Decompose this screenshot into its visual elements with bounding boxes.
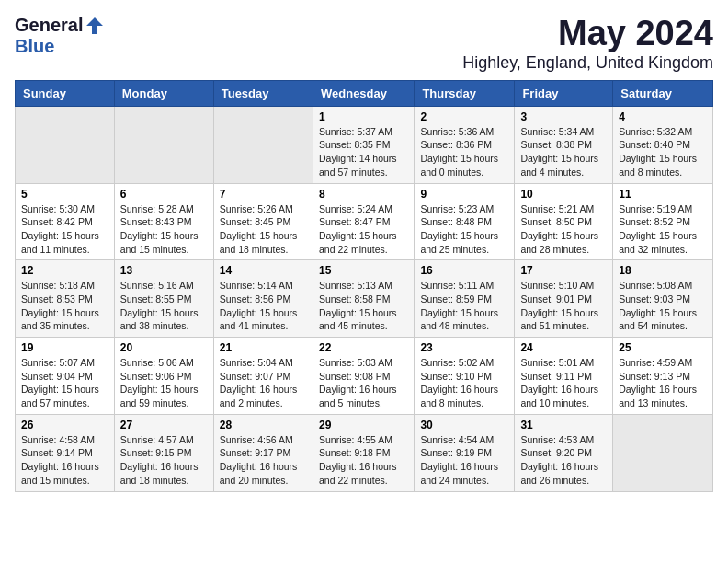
day-cell: 19Sunrise: 5:07 AM Sunset: 9:04 PM Dayli… xyxy=(16,338,115,415)
day-cell: 4Sunrise: 5:32 AM Sunset: 8:40 PM Daylig… xyxy=(613,106,713,183)
day-cell: 31Sunrise: 4:53 AM Sunset: 9:20 PM Dayli… xyxy=(515,414,613,491)
day-number: 6 xyxy=(120,188,208,201)
column-header-monday: Monday xyxy=(114,80,213,106)
day-cell: 9Sunrise: 5:23 AM Sunset: 8:48 PM Daylig… xyxy=(415,183,515,260)
day-number: 28 xyxy=(220,419,307,431)
day-cell: 24Sunrise: 5:01 AM Sunset: 9:11 PM Dayli… xyxy=(515,338,613,415)
day-number: 5 xyxy=(21,188,108,201)
day-number: 27 xyxy=(120,419,208,431)
day-info: Sunrise: 5:14 AM Sunset: 8:56 PM Dayligh… xyxy=(220,279,307,333)
day-number: 26 xyxy=(21,419,108,431)
day-number: 24 xyxy=(520,341,607,354)
day-info: Sunrise: 5:26 AM Sunset: 8:45 PM Dayligh… xyxy=(220,202,307,257)
column-header-saturday: Saturday xyxy=(613,80,713,106)
day-cell: 11Sunrise: 5:19 AM Sunset: 8:52 PM Dayli… xyxy=(613,183,713,260)
title-area: May 2024 Highley, England, United Kingdo… xyxy=(462,15,713,73)
day-number: 30 xyxy=(420,419,508,431)
column-header-thursday: Thursday xyxy=(415,80,515,106)
day-info: Sunrise: 5:28 AM Sunset: 8:43 PM Dayligh… xyxy=(120,202,208,257)
day-cell: 15Sunrise: 5:13 AM Sunset: 8:58 PM Dayli… xyxy=(313,260,414,338)
column-header-wednesday: Wednesday xyxy=(313,80,414,106)
week-row-5: 26Sunrise: 4:58 AM Sunset: 9:14 PM Dayli… xyxy=(16,414,713,491)
week-row-1: 1Sunrise: 5:37 AM Sunset: 8:35 PM Daylig… xyxy=(16,106,713,183)
day-number: 4 xyxy=(619,110,707,123)
day-cell: 12Sunrise: 5:18 AM Sunset: 8:53 PM Dayli… xyxy=(16,260,115,338)
day-number: 19 xyxy=(21,341,108,354)
day-number: 22 xyxy=(319,341,408,354)
logo-general-text: General xyxy=(15,15,83,36)
day-cell: 28Sunrise: 4:56 AM Sunset: 9:17 PM Dayli… xyxy=(213,414,313,491)
day-cell: 7Sunrise: 5:26 AM Sunset: 8:45 PM Daylig… xyxy=(213,183,313,260)
day-number: 3 xyxy=(520,110,607,123)
day-cell: 2Sunrise: 5:36 AM Sunset: 8:36 PM Daylig… xyxy=(415,106,515,183)
column-header-sunday: Sunday xyxy=(16,80,115,106)
day-number: 11 xyxy=(619,188,707,201)
day-cell xyxy=(213,106,313,183)
day-info: Sunrise: 4:56 AM Sunset: 9:17 PM Dayligh… xyxy=(220,433,307,488)
day-info: Sunrise: 5:18 AM Sunset: 8:53 PM Dayligh… xyxy=(21,279,108,333)
header: General Blue May 2024 Highley, England, … xyxy=(15,15,713,73)
day-cell: 27Sunrise: 4:57 AM Sunset: 9:15 PM Dayli… xyxy=(114,414,213,491)
column-header-friday: Friday xyxy=(515,80,613,106)
day-cell xyxy=(613,414,713,491)
day-info: Sunrise: 5:23 AM Sunset: 8:48 PM Dayligh… xyxy=(420,202,508,257)
day-cell: 23Sunrise: 5:02 AM Sunset: 9:10 PM Dayli… xyxy=(415,338,515,415)
day-info: Sunrise: 5:19 AM Sunset: 8:52 PM Dayligh… xyxy=(619,202,707,257)
day-cell: 30Sunrise: 4:54 AM Sunset: 9:19 PM Dayli… xyxy=(415,414,515,491)
day-info: Sunrise: 5:08 AM Sunset: 9:03 PM Dayligh… xyxy=(619,279,707,333)
location-text: Highley, England, United Kingdom xyxy=(462,53,713,73)
month-title: May 2024 xyxy=(462,15,713,53)
day-info: Sunrise: 5:32 AM Sunset: 8:40 PM Dayligh… xyxy=(619,125,707,179)
day-cell: 17Sunrise: 5:10 AM Sunset: 9:01 PM Dayli… xyxy=(515,260,613,338)
day-cell: 6Sunrise: 5:28 AM Sunset: 8:43 PM Daylig… xyxy=(114,183,213,260)
day-number: 15 xyxy=(319,264,408,277)
day-number: 25 xyxy=(619,341,707,354)
day-cell: 18Sunrise: 5:08 AM Sunset: 9:03 PM Dayli… xyxy=(613,260,713,338)
day-info: Sunrise: 5:04 AM Sunset: 9:07 PM Dayligh… xyxy=(220,356,307,410)
day-cell: 10Sunrise: 5:21 AM Sunset: 8:50 PM Dayli… xyxy=(515,183,613,260)
day-info: Sunrise: 5:06 AM Sunset: 9:06 PM Dayligh… xyxy=(120,356,208,410)
day-number: 9 xyxy=(420,188,508,201)
header-row: SundayMondayTuesdayWednesdayThursdayFrid… xyxy=(16,80,713,106)
day-number: 17 xyxy=(520,264,607,277)
day-number: 29 xyxy=(319,419,408,431)
day-cell: 29Sunrise: 4:55 AM Sunset: 9:18 PM Dayli… xyxy=(313,414,414,491)
svg-marker-0 xyxy=(86,17,103,34)
day-cell: 3Sunrise: 5:34 AM Sunset: 8:38 PM Daylig… xyxy=(515,106,613,183)
day-info: Sunrise: 5:36 AM Sunset: 8:36 PM Dayligh… xyxy=(420,125,508,179)
day-info: Sunrise: 4:54 AM Sunset: 9:19 PM Dayligh… xyxy=(420,433,508,488)
day-number: 20 xyxy=(120,341,208,354)
day-number: 13 xyxy=(120,264,208,277)
day-info: Sunrise: 5:21 AM Sunset: 8:50 PM Dayligh… xyxy=(520,202,607,257)
day-number: 31 xyxy=(520,419,607,431)
week-row-3: 12Sunrise: 5:18 AM Sunset: 8:53 PM Dayli… xyxy=(16,260,713,338)
day-number: 10 xyxy=(520,188,607,201)
logo: General Blue xyxy=(15,15,105,57)
day-info: Sunrise: 5:16 AM Sunset: 8:55 PM Dayligh… xyxy=(120,279,208,333)
day-number: 21 xyxy=(220,341,307,354)
day-cell xyxy=(16,106,115,183)
day-number: 8 xyxy=(319,188,408,201)
week-row-4: 19Sunrise: 5:07 AM Sunset: 9:04 PM Dayli… xyxy=(16,338,713,415)
day-number: 18 xyxy=(619,264,707,277)
day-cell xyxy=(114,106,213,183)
day-info: Sunrise: 4:58 AM Sunset: 9:14 PM Dayligh… xyxy=(21,433,108,488)
day-cell: 1Sunrise: 5:37 AM Sunset: 8:35 PM Daylig… xyxy=(313,106,414,183)
day-number: 14 xyxy=(220,264,307,277)
day-number: 1 xyxy=(319,110,408,123)
day-info: Sunrise: 5:37 AM Sunset: 8:35 PM Dayligh… xyxy=(319,125,408,179)
week-row-2: 5Sunrise: 5:30 AM Sunset: 8:42 PM Daylig… xyxy=(16,183,713,260)
day-cell: 5Sunrise: 5:30 AM Sunset: 8:42 PM Daylig… xyxy=(16,183,115,260)
day-number: 23 xyxy=(420,341,508,354)
day-info: Sunrise: 4:57 AM Sunset: 9:15 PM Dayligh… xyxy=(120,433,208,488)
day-info: Sunrise: 5:11 AM Sunset: 8:59 PM Dayligh… xyxy=(420,279,508,333)
day-info: Sunrise: 5:01 AM Sunset: 9:11 PM Dayligh… xyxy=(520,356,607,410)
day-number: 16 xyxy=(420,264,508,277)
day-cell: 8Sunrise: 5:24 AM Sunset: 8:47 PM Daylig… xyxy=(313,183,414,260)
day-info: Sunrise: 5:34 AM Sunset: 8:38 PM Dayligh… xyxy=(520,125,607,179)
day-info: Sunrise: 5:02 AM Sunset: 9:10 PM Dayligh… xyxy=(420,356,508,410)
day-cell: 21Sunrise: 5:04 AM Sunset: 9:07 PM Dayli… xyxy=(213,338,313,415)
day-info: Sunrise: 5:30 AM Sunset: 8:42 PM Dayligh… xyxy=(21,202,108,257)
day-cell: 22Sunrise: 5:03 AM Sunset: 9:08 PM Dayli… xyxy=(313,338,414,415)
day-info: Sunrise: 5:24 AM Sunset: 8:47 PM Dayligh… xyxy=(319,202,408,257)
